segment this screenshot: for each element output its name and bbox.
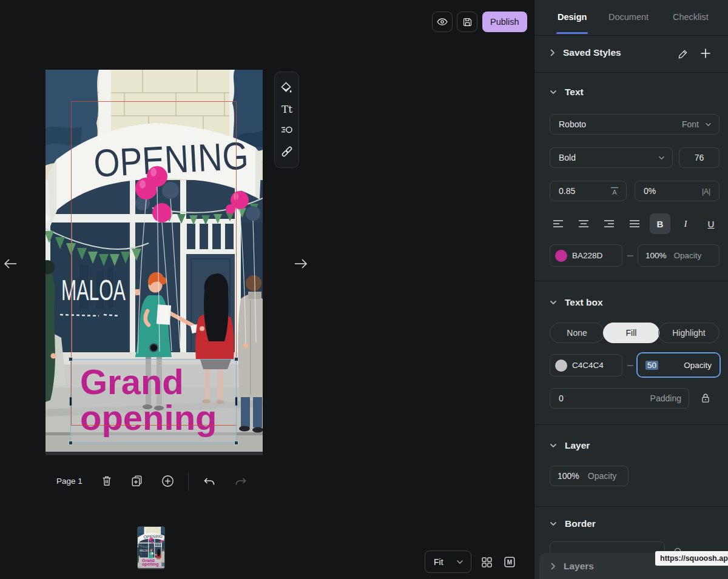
font-size-input[interactable]: 76: [679, 147, 720, 168]
selection-handle-ne[interactable]: [234, 357, 238, 361]
align-justify-button[interactable]: [624, 213, 645, 234]
textbox-padding-value: 0: [559, 393, 650, 403]
link-icon: [280, 144, 294, 159]
svg-text:A: A: [612, 189, 617, 196]
prev-page-arrow[interactable]: [1, 255, 19, 273]
chevron-down-icon: [456, 560, 463, 564]
animate-tool-button[interactable]: [280, 122, 294, 137]
grid-view-button[interactable]: [480, 556, 493, 569]
rotate-handle[interactable]: [149, 343, 158, 352]
textbox-mode-none[interactable]: None: [550, 323, 604, 343]
text-opacity-label: Opacity: [674, 251, 702, 260]
textbox-fill-color-picker[interactable]: C4C4C4: [550, 354, 622, 377]
layer-opacity-value: 100%: [558, 471, 579, 481]
brand-badge-button[interactable]: M: [503, 555, 516, 569]
selection-handle-nw[interactable]: [69, 357, 73, 361]
text-color-picker[interactable]: BA228D: [550, 244, 622, 267]
saved-styles-header[interactable]: Saved Styles: [550, 47, 621, 58]
animate-icon: [280, 122, 294, 137]
selection-handle-sw[interactable]: [69, 441, 73, 445]
undo-icon: [202, 475, 217, 489]
textbox-mode-highlight[interactable]: Highlight: [658, 323, 720, 343]
selection-handle-e[interactable]: [235, 397, 238, 406]
selection-handle-w[interactable]: [69, 397, 72, 406]
textbox-opacity-input[interactable]: 50 Opacity: [638, 353, 720, 377]
italic-button[interactable]: I: [675, 213, 696, 234]
letter-spacing-icon: |A|: [699, 186, 713, 196]
plus-icon: [699, 47, 712, 59]
duplicate-page-button[interactable]: [130, 474, 144, 488]
add-style-button[interactable]: [699, 47, 712, 59]
selection-handle-se[interactable]: [234, 441, 238, 445]
line-height-input[interactable]: 0.85 A: [550, 181, 627, 201]
undo-button[interactable]: [202, 475, 217, 489]
font-family-value: Roboto: [559, 119, 682, 129]
align-right-button[interactable]: [599, 213, 619, 234]
align-center-icon: [578, 219, 589, 228]
textbox-section-header[interactable]: Text box: [550, 297, 603, 308]
selection-box[interactable]: [70, 359, 237, 443]
textbox-opacity-label: Opacity: [684, 361, 712, 370]
font-weight-value: Bold: [559, 153, 658, 162]
lock-icon: [699, 392, 712, 404]
link-tool-button[interactable]: [280, 144, 294, 159]
textbox-fill-hex: C4C4C4: [572, 361, 604, 370]
padding-lock-button[interactable]: [699, 392, 712, 404]
chevron-down-icon: [550, 300, 557, 305]
text-color-swatch: [555, 250, 567, 262]
chevron-down-icon: [658, 156, 665, 160]
tab-checklist[interactable]: Checklist: [673, 12, 709, 22]
save-button[interactable]: [457, 12, 477, 32]
page-thumbnail[interactable]: [138, 527, 164, 569]
next-page-arrow[interactable]: [292, 255, 310, 273]
align-justify-icon: [629, 219, 640, 228]
underline-button[interactable]: U: [701, 213, 721, 234]
font-size-value: 76: [695, 153, 704, 162]
redo-button[interactable]: [234, 475, 248, 489]
duplicate-page-icon: [130, 474, 144, 488]
canvas-stage: Publish Tt: [0, 0, 534, 579]
textbox-mode-fill[interactable]: Fill: [603, 323, 659, 343]
m-badge-icon: M: [503, 555, 516, 569]
letter-spacing-value: 0%: [644, 186, 699, 196]
preview-button[interactable]: [432, 12, 453, 32]
save-icon: [462, 16, 473, 28]
chevron-down-icon: [550, 90, 557, 95]
poster-page[interactable]: [46, 70, 263, 455]
chevron-right-icon: [550, 49, 555, 57]
fill-tool-button[interactable]: [280, 81, 294, 95]
layer-opacity-input[interactable]: 100% Opacity: [550, 466, 629, 486]
saved-styles-title: Saved Styles: [563, 47, 621, 58]
edit-styles-button[interactable]: [678, 48, 689, 59]
text-tool-icon: Tt: [279, 102, 295, 116]
textbox-padding-input[interactable]: 0 Padding: [550, 388, 689, 409]
font-weight-select[interactable]: Bold: [550, 147, 673, 168]
svg-text:|A|: |A|: [702, 187, 710, 196]
tab-document[interactable]: Document: [608, 12, 649, 22]
align-left-icon: [553, 219, 564, 228]
align-right-icon: [604, 219, 615, 228]
chevron-right-icon: [550, 562, 556, 571]
zoom-select[interactable]: Fit: [425, 551, 471, 573]
eye-icon: [436, 16, 448, 28]
layer-section-header[interactable]: Layer: [550, 440, 590, 451]
page-controls-divider: [188, 472, 189, 490]
bold-button[interactable]: B: [650, 213, 670, 234]
text-opacity-input[interactable]: 100% Opacity: [638, 244, 720, 267]
line-height-icon: A: [609, 186, 620, 196]
delete-page-button[interactable]: [100, 474, 113, 487]
font-family-select[interactable]: Roboto Font: [550, 114, 720, 135]
add-page-button[interactable]: [161, 474, 175, 488]
border-section-title: Border: [565, 518, 596, 529]
tab-design[interactable]: Design: [558, 12, 587, 22]
border-section-header[interactable]: Border: [550, 518, 596, 529]
text-tool-button[interactable]: Tt: [279, 102, 295, 116]
svg-text:Tt: Tt: [281, 103, 292, 115]
align-left-button[interactable]: [548, 213, 568, 234]
textbox-section-title: Text box: [565, 297, 603, 308]
textbox-fill-swatch: [555, 360, 567, 372]
align-center-button[interactable]: [573, 213, 594, 234]
publish-button[interactable]: Publish: [482, 12, 527, 32]
letter-spacing-input[interactable]: 0% |A|: [635, 181, 720, 201]
text-section-header[interactable]: Text: [550, 87, 584, 98]
